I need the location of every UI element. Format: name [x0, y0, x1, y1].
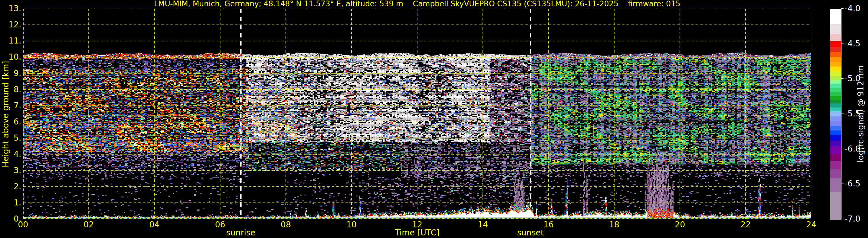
x-tick-label: 08 — [281, 220, 291, 229]
x-tick-label: 20 — [675, 220, 685, 229]
colorbar-band — [830, 169, 841, 178]
colorbar-band — [830, 57, 841, 62]
y-tick-label: 11. — [1, 37, 21, 45]
colorbar — [830, 9, 841, 219]
colorbar-band — [830, 111, 841, 116]
colorbar-band — [830, 108, 841, 111]
colorbar-band — [830, 66, 841, 71]
colorbar-band — [830, 76, 841, 80]
colorbar-band — [830, 116, 841, 121]
plot-title: LMU-MIM, Munich, Germany; 48.148° N 11.5… — [23, 0, 811, 8]
ceilometer-quicklook-figure: LMU-MIM, Munich, Germany; 48.148° N 11.5… — [0, 0, 868, 238]
y-tick-label: 7. — [1, 102, 21, 110]
colorbar-band — [830, 92, 841, 96]
colorbar-band — [830, 84, 841, 88]
colorbar-tick-mark — [841, 8, 843, 9]
colorbar-tick-mark — [841, 183, 843, 184]
y-tick-label: 8. — [1, 86, 21, 94]
colorbar-band — [830, 52, 841, 57]
x-tick-label: 00 — [18, 220, 28, 229]
colorbar-label: log(rc-signal) @ 912 nm — [857, 13, 865, 215]
colorbar-band — [830, 71, 841, 76]
colorbar-tick-mark — [841, 43, 843, 44]
colorbar-tick-mark — [841, 219, 843, 219]
colorbar-tick-label: -7.0 — [845, 215, 861, 223]
y-tick-label: 4. — [1, 150, 21, 158]
colorbar-band — [830, 9, 841, 24]
sunset-annotation: sunset — [517, 229, 544, 237]
colorbar-band — [830, 24, 841, 34]
x-tick-label: 22 — [741, 220, 751, 229]
x-axis-label: Time [UTC] — [23, 229, 811, 237]
y-tick-label: 9. — [1, 69, 21, 78]
colorbar-band — [830, 161, 841, 169]
x-tick-label: 10 — [346, 220, 357, 229]
x-tick-label: 24 — [806, 220, 816, 229]
colorbar-band — [830, 62, 841, 66]
colorbar-band — [830, 146, 841, 154]
colorbar-band — [830, 126, 841, 130]
colorbar-band — [830, 47, 841, 52]
colorbar-tick-mark — [841, 149, 843, 149]
colorbar-band — [830, 41, 841, 47]
colorbar-band — [830, 103, 841, 108]
sunrise-annotation: sunrise — [226, 229, 255, 237]
y-tick-label: 1. — [1, 199, 21, 207]
colorbar-band — [830, 154, 841, 161]
y-tick-label: 13. — [1, 5, 21, 13]
y-tick-label: 12. — [1, 21, 21, 29]
colorbar-band — [830, 178, 841, 192]
y-tick-label: 6. — [1, 118, 21, 126]
x-tick-label: 02 — [84, 220, 94, 229]
y-tick-label: 2. — [1, 183, 21, 191]
colorbar-band — [830, 192, 841, 219]
heatmap-canvas — [23, 9, 811, 219]
x-tick-label: 18 — [609, 220, 620, 229]
colorbar-band — [830, 141, 841, 147]
colorbar-band — [830, 121, 841, 126]
colorbar-tick-label: -4.0 — [845, 5, 861, 13]
x-tick-label: 14 — [477, 220, 488, 229]
colorbar-band — [830, 96, 841, 100]
colorbar-band — [830, 34, 841, 41]
colorbar-band — [830, 135, 841, 141]
colorbar-tick-mark — [841, 78, 843, 79]
x-tick-label: 06 — [215, 220, 225, 229]
colorbar-band — [830, 88, 841, 92]
x-tick-label: 16 — [544, 220, 554, 229]
colorbar-band — [830, 80, 841, 84]
colorbar-tick-mark — [841, 114, 843, 114]
colorbar-band — [830, 130, 841, 135]
x-tick-label: 04 — [149, 220, 160, 229]
y-tick-label: 3. — [1, 167, 21, 175]
y-tick-label: 10. — [1, 53, 21, 61]
colorbar-band — [830, 100, 841, 103]
y-tick-label: 5. — [1, 134, 21, 142]
